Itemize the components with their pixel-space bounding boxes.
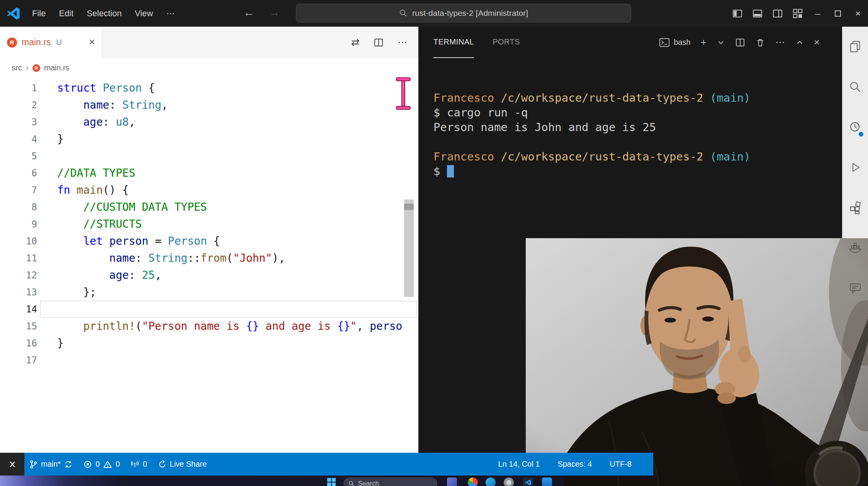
breadcrumb-file[interactable]: main.rs — [44, 63, 70, 72]
code-line-16[interactable]: 16} — [0, 335, 418, 352]
code-line-12[interactable]: 12 age: 25, — [0, 267, 418, 284]
nav-forward-icon[interactable]: → — [266, 0, 283, 27]
code-line-2[interactable]: 2 name: String, — [0, 97, 418, 114]
taskbar-search[interactable]: Search — [343, 477, 437, 486]
line-number: 7 — [0, 182, 37, 199]
activity-docker-icon[interactable] — [842, 228, 868, 268]
chevron-up-icon[interactable] — [795, 38, 804, 47]
layout-panel-icon[interactable] — [747, 0, 768, 27]
ports-status[interactable]: 0 — [125, 453, 152, 476]
problems-status[interactable]: 0 0 — [78, 453, 125, 476]
tab-close-icon[interactable]: × — [89, 37, 95, 48]
presenter-video — [526, 238, 868, 486]
editor-scrollbar[interactable] — [404, 200, 414, 297]
code-line-8[interactable]: 8 //CUSTOM DATA TYPES — [0, 199, 418, 216]
close-panel-icon[interactable]: × — [814, 36, 820, 48]
tab-main-rs[interactable]: R main.rs U × — [0, 27, 102, 58]
new-terminal-icon[interactable]: + — [701, 36, 707, 48]
cursor-position[interactable]: Ln 14, Col 1 — [498, 460, 540, 469]
branch-status[interactable]: main* — [24, 453, 78, 476]
panel-more-icon[interactable]: ⋯ — [775, 36, 785, 48]
window-minimize-icon[interactable]: – — [808, 0, 828, 27]
forwarded-ports-count: 0 — [143, 460, 147, 469]
activity-history-icon[interactable] — [842, 107, 868, 147]
customize-layout-icon[interactable] — [788, 0, 808, 27]
warning-icon — [103, 460, 112, 469]
shell-selector[interactable]: bash — [659, 37, 690, 48]
tab-ports[interactable]: PORTS — [493, 27, 520, 58]
line-text: //STRUCTS — [57, 216, 142, 233]
breadcrumb-folder[interactable]: src — [12, 63, 22, 72]
line-text: name: String::from("John"), — [57, 250, 285, 267]
line-number: 8 — [0, 199, 37, 216]
line-number: 14 — [0, 301, 37, 318]
layout-secondary-sidebar-icon[interactable] — [768, 0, 788, 27]
status-bar: main* 0 0 0 Live Share Ln 14, Col 1 Spac… — [0, 453, 653, 476]
terminal-line-6: $ — [433, 164, 842, 179]
task-view-icon[interactable] — [447, 477, 457, 486]
command-center-search[interactable]: rust-data-types-2 [Administrator] — [296, 4, 631, 22]
split-editor-icon[interactable] — [374, 38, 384, 48]
code-line-6[interactable]: 6//DATA TYPES — [0, 165, 418, 182]
settings-icon[interactable] — [504, 477, 514, 486]
menu-file[interactable]: File — [25, 0, 52, 27]
code-line-9[interactable]: 9 //STRUCTS — [0, 216, 418, 233]
menu-more[interactable]: ⋯ — [160, 0, 181, 27]
layout-sidebar-icon[interactable] — [727, 0, 747, 27]
line-text: } — [57, 131, 64, 148]
code-line-3[interactable]: 3 age: u8, — [0, 114, 418, 131]
radio-tower-icon — [131, 460, 139, 469]
panel-header: TERMINAL PORTS bash + ⋯ × — [418, 27, 842, 58]
code-line-4[interactable]: 4} — [0, 131, 418, 148]
menu-bar: File Edit Selection View ⋯ — [25, 0, 181, 27]
line-number: 10 — [0, 233, 37, 250]
code-line-14[interactable]: 14 — [0, 301, 418, 318]
edge-icon[interactable] — [486, 477, 496, 486]
more-actions-icon[interactable]: ⋯ — [397, 36, 408, 48]
code-line-7[interactable]: 7fn main() { — [0, 182, 418, 199]
menu-selection[interactable]: Selection — [80, 0, 128, 27]
code-line-13[interactable]: 13 }; — [0, 284, 418, 301]
menu-edit[interactable]: Edit — [52, 0, 80, 27]
code-line-10[interactable]: 10 let person = Person { — [0, 233, 418, 250]
nav-back-icon[interactable]: ← — [240, 0, 257, 27]
indentation[interactable]: Spaces: 4 — [557, 460, 592, 469]
code-line-15[interactable]: 15 println!("Person name is {} and age i… — [0, 318, 418, 335]
encoding[interactable]: UTF-8 — [610, 460, 632, 469]
taskbar-search-label: Search — [358, 480, 379, 486]
store-icon[interactable] — [542, 477, 552, 486]
window-close-icon[interactable]: × — [848, 0, 868, 27]
vscode-taskbar-icon[interactable] — [523, 477, 533, 486]
activity-extensions-icon[interactable] — [842, 188, 868, 228]
menu-view[interactable]: View — [128, 0, 160, 27]
chevron-down-icon[interactable] — [717, 38, 725, 47]
remote-icon — [8, 460, 17, 469]
branch-name: main* — [41, 460, 61, 469]
remote-indicator[interactable] — [0, 453, 24, 476]
live-share-status[interactable]: Live Share — [153, 453, 212, 476]
split-terminal-icon[interactable] — [735, 38, 745, 48]
code-line-11[interactable]: 11 name: String::from("John"), — [0, 250, 418, 267]
code-line-17[interactable]: 17 — [0, 352, 418, 369]
git-branch-icon — [30, 460, 37, 469]
activity-chat-icon[interactable] — [842, 268, 868, 308]
statusbar-right: Ln 14, Col 1 Spaces: 4 UTF-8 — [498, 460, 653, 469]
open-changes-icon[interactable]: ⇄ — [351, 36, 360, 48]
start-button-icon[interactable] — [326, 477, 336, 486]
error-icon — [83, 460, 92, 469]
titlebar-actions: – × — [727, 0, 868, 27]
activity-search-icon[interactable] — [842, 67, 868, 107]
breadcrumb[interactable]: src › R main.rs — [0, 58, 418, 78]
kill-terminal-icon[interactable] — [755, 38, 765, 48]
activity-files-icon[interactable] — [842, 27, 868, 67]
code-line-1[interactable]: 1struct Person { — [0, 80, 418, 97]
chrome-icon[interactable] — [468, 477, 478, 486]
tab-terminal[interactable]: TERMINAL — [433, 27, 474, 58]
window-maximize-icon[interactable] — [828, 0, 848, 27]
terminal-cursor — [447, 165, 454, 177]
activity-run-debug-icon[interactable] — [842, 147, 868, 188]
code-line-5[interactable]: 5 — [0, 148, 418, 165]
code-lines[interactable]: 1struct Person {2 name: String,3 age: u8… — [0, 78, 418, 453]
git-status-badge: U — [56, 38, 61, 47]
mouse-ibeam-cursor — [393, 76, 413, 113]
